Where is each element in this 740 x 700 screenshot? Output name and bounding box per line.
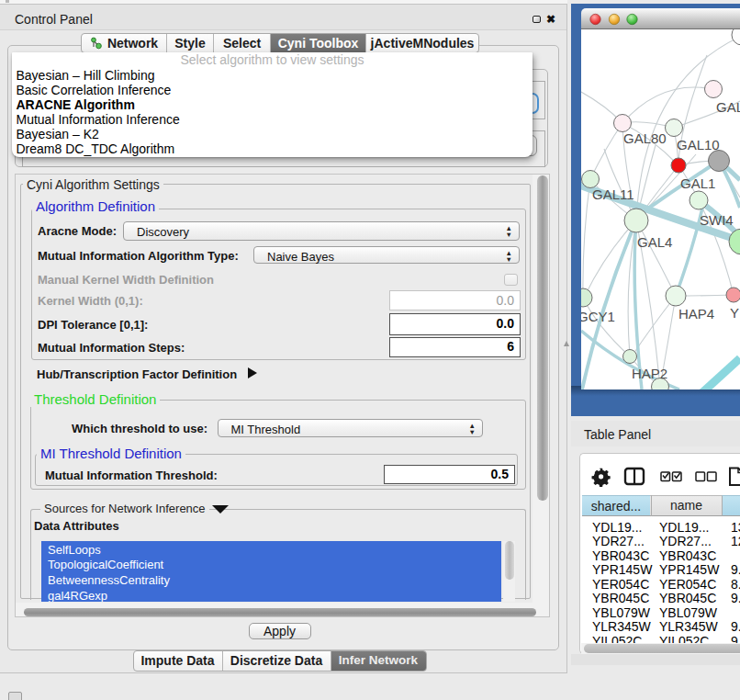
svg-text:GAL80: GAL80 bbox=[623, 130, 667, 146]
svg-text:GAL4: GAL4 bbox=[637, 234, 672, 250]
svg-text:HAP4: HAP4 bbox=[678, 306, 714, 322]
svg-text:SWI4: SWI4 bbox=[700, 212, 734, 228]
svg-text:Y: Y bbox=[730, 305, 739, 321]
svg-text:GAL10: GAL10 bbox=[677, 137, 720, 152]
svg-text:GAL11: GAL11 bbox=[592, 186, 634, 202]
svg-text:GCY1: GCY1 bbox=[581, 309, 615, 324]
svg-text:GAL7: GAL7 bbox=[716, 99, 740, 115]
svg-text:GAL1: GAL1 bbox=[680, 175, 715, 191]
svg-text:HAP2: HAP2 bbox=[632, 366, 667, 381]
